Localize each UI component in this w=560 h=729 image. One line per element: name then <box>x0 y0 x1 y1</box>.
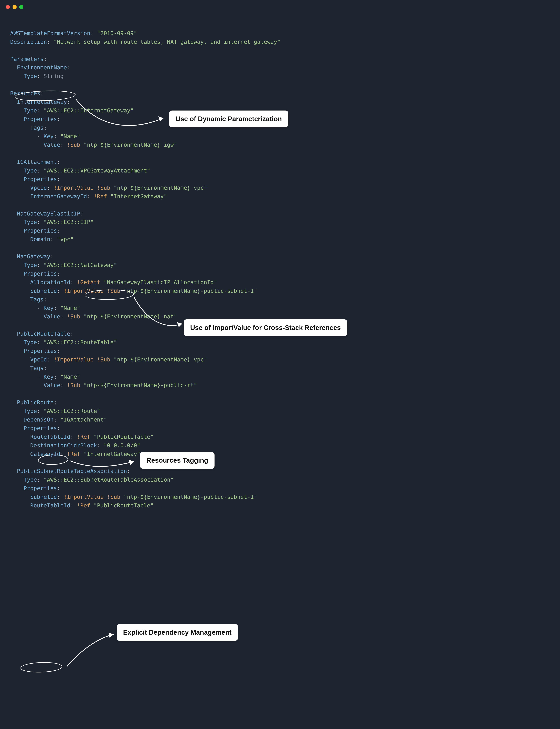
code-string: "ntp-${EnvironmentName}-public-subnet-1" <box>124 494 257 500</box>
code-string: "AWS::EC2::NatGateway" <box>44 262 117 268</box>
code-key: NatGatewayElasticIP <box>17 210 80 217</box>
code-key: DependsOn <box>24 416 54 423</box>
code-key: SubnetId <box>30 494 57 500</box>
code-key: Value <box>44 382 60 388</box>
code-string: "Name" <box>60 305 80 311</box>
code-key: Type <box>24 339 37 346</box>
code-string: "Name" <box>60 133 80 140</box>
code-string: "AWS::EC2::EIP" <box>44 219 94 225</box>
code-value: String <box>44 73 64 79</box>
code-key: NatGateway <box>17 253 50 260</box>
code-tag: !Sub <box>107 494 120 500</box>
code-key: RouteTableId <box>30 502 70 509</box>
code-string: "AWS::EC2::SubnetRouteTableAssociation" <box>44 476 174 483</box>
code-key: PublicSubnetRouteTableAssociation <box>17 468 127 474</box>
code-tag: !Ref <box>77 433 90 440</box>
code-tag: !Sub <box>67 142 80 148</box>
code-key: AllocationId <box>30 279 70 286</box>
annotation-arrow-icon <box>61 628 120 669</box>
code-key: Value <box>44 142 60 148</box>
code-key: Key <box>44 373 54 380</box>
code-key: VpcId <box>30 356 47 363</box>
code-string: "ntp-${EnvironmentName}-public-subnet-1" <box>124 288 257 294</box>
code-string: "AWS::EC2::InternetGateway" <box>44 107 134 114</box>
code-string: "ntp-${EnvironmentName}-vpc" <box>114 356 207 363</box>
code-key: RouteTableId <box>30 433 70 440</box>
code-string: "2010-09-09" <box>97 30 137 36</box>
code-key: Domain <box>30 236 50 243</box>
code-key: Parameters <box>10 56 44 62</box>
code-string: "Network setup with route tables, NAT ga… <box>54 39 280 45</box>
code-tag: !Sub <box>97 356 110 363</box>
code-key: Properties <box>24 176 57 182</box>
code-string: "0.0.0.0/0" <box>104 442 140 448</box>
code-key: Properties <box>24 116 57 122</box>
code-key: EnvironmentName <box>17 64 67 71</box>
code-key: Properties <box>24 485 57 491</box>
code-tag: !Ref <box>94 193 107 200</box>
code-key: Properties <box>24 425 57 431</box>
svg-marker-3 <box>109 633 114 638</box>
code-string: "IGAttachment" <box>60 416 107 423</box>
annotation-importvalue: Use of ImportValue for Cross-Stack Refer… <box>184 319 347 336</box>
code-key: Type <box>24 476 37 483</box>
code-string: "ntp-${EnvironmentName}-vpc" <box>114 185 207 191</box>
code-key: Description <box>10 39 47 45</box>
code-string: "ntp-${EnvironmentName}-nat" <box>84 313 177 320</box>
code-key: Type <box>24 167 37 174</box>
code-string: "InternetGateway" <box>84 451 140 457</box>
code-key: Value <box>44 313 60 320</box>
code-key: VpcId <box>30 185 47 191</box>
code-string: "AWS::EC2::VPCGatewayAttachment" <box>44 167 150 174</box>
code-key: GatewayId <box>30 451 60 457</box>
code-string: "ntp-${EnvironmentName}-igw" <box>84 142 177 148</box>
code-string: "NatGatewayElasticIP.AllocationId" <box>104 279 217 286</box>
code-string: "PublicRouteTable" <box>94 502 154 509</box>
annotation-tagging: Resources Tagging <box>140 452 215 469</box>
code-block: AWSTemplateFormatVersion: "2010-09-09" D… <box>0 0 560 529</box>
code-string: "PublicRouteTable" <box>94 433 154 440</box>
code-string: "ntp-${EnvironmentName}-public-rt" <box>84 382 197 388</box>
code-key: AWSTemplateFormatVersion <box>10 30 90 36</box>
code-tag: !ImportValue <box>54 185 94 191</box>
code-tag: !ImportValue <box>64 288 104 294</box>
code-tag: !Ref <box>67 451 80 457</box>
code-string: "AWS::EC2::Route" <box>44 408 100 414</box>
code-tag: !Sub <box>97 185 110 191</box>
code-key: InternetGateway <box>17 99 67 105</box>
code-string: "Name" <box>60 373 80 380</box>
code-string: "AWS::EC2::RouteTable" <box>44 339 117 346</box>
code-key: Type <box>24 73 37 79</box>
code-tag: !Sub <box>67 382 80 388</box>
annotation-ring <box>20 661 63 673</box>
code-key: Key <box>44 133 54 140</box>
code-tag: !ImportValue <box>54 356 94 363</box>
code-key: PublicRouteTable <box>17 331 70 337</box>
terminal-window: AWSTemplateFormatVersion: "2010-09-09" D… <box>0 0 560 729</box>
code-string: "InternetGateway" <box>110 193 167 200</box>
code-tag: !Ref <box>77 502 90 509</box>
code-key: Type <box>24 408 37 414</box>
code-key: IGAttachment <box>17 159 57 165</box>
code-key: Key <box>44 305 54 311</box>
code-key: Resources <box>10 90 40 97</box>
code-key: Type <box>24 107 37 114</box>
code-tag: !ImportValue <box>64 494 104 500</box>
annotation-parameterization: Use of Dynamic Parameterization <box>169 111 288 127</box>
code-key: InternetGatewayId <box>30 193 87 200</box>
code-key: Tags <box>30 365 44 371</box>
code-key: Type <box>24 262 37 268</box>
code-key: Type <box>24 219 37 225</box>
code-key: PublicRoute <box>17 399 54 405</box>
code-key: SubnetId <box>30 288 57 294</box>
annotation-dependency: Explicit Dependency Management <box>117 624 238 641</box>
code-key: Properties <box>24 348 57 354</box>
code-string: "vpc" <box>57 236 73 243</box>
code-key: Tags <box>30 125 44 131</box>
code-key: DestinationCidrBlock <box>30 442 97 448</box>
code-tag: !GetAtt <box>77 279 100 286</box>
code-tag: !Sub <box>67 313 80 320</box>
code-key: Properties <box>24 228 57 234</box>
code-key: Properties <box>24 271 57 277</box>
code-key: Tags <box>30 296 44 303</box>
